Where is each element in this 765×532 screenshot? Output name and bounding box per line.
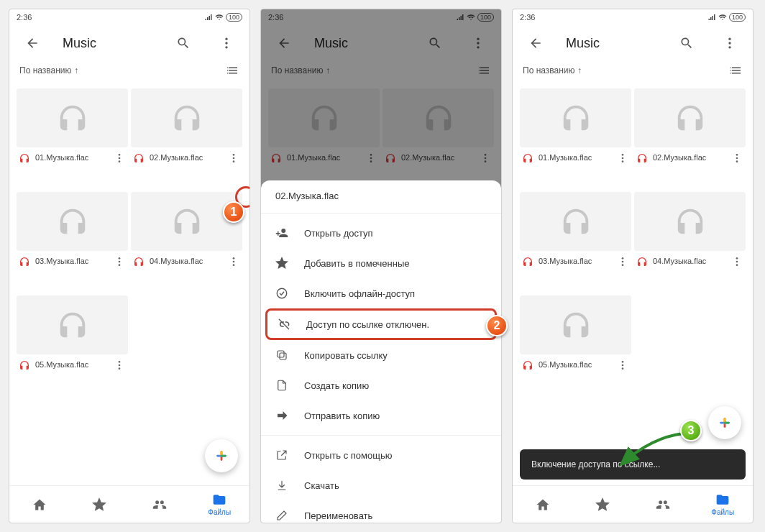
file-more-button[interactable]	[615, 152, 630, 164]
file-thumbnail	[17, 192, 128, 251]
bottom-nav: Файлы	[513, 485, 753, 523]
file-card[interactable]: 05.Музыка.flac	[520, 295, 631, 396]
file-row: 02.Музыка.flac	[131, 147, 242, 169]
dots-icon	[723, 36, 737, 50]
file-more-button[interactable]	[112, 359, 127, 371]
file-type-icon	[521, 255, 534, 268]
nav-files[interactable]: Файлы	[693, 486, 753, 523]
fab-add[interactable]	[708, 406, 741, 439]
file-name: 03.Музыка.flac	[35, 257, 108, 266]
file-row: 02.Музыка.flac	[634, 147, 746, 169]
dots-icon	[731, 256, 743, 267]
search-button[interactable]	[170, 30, 196, 56]
menu-button[interactable]	[214, 30, 239, 56]
nav-files[interactable]: Файлы	[190, 486, 250, 523]
nav-home[interactable]	[9, 486, 70, 523]
file-name: 03.Музыка.flac	[539, 257, 611, 266]
sort-row: По названию ↑	[9, 61, 249, 84]
file-more-button[interactable]	[226, 256, 241, 267]
sheet-download[interactable]: Скачать	[261, 470, 501, 500]
nav-shared[interactable]	[129, 486, 190, 523]
app-bar: Music	[513, 25, 753, 61]
headphones-icon	[674, 101, 707, 134]
home-icon	[536, 497, 550, 512]
file-card[interactable]: 05.Музыка.flac	[17, 295, 128, 396]
sheet-download-label: Скачать	[304, 480, 339, 491]
star-icon	[595, 497, 610, 512]
sheet-open-with-label: Открыть с помощью	[304, 450, 392, 461]
sheet-copy[interactable]: Создать копию	[261, 370, 501, 400]
menu-button[interactable]	[717, 30, 743, 56]
file-row: 04.Музыка.flac	[634, 251, 746, 272]
signal-icon	[707, 13, 716, 22]
headphones-icon	[19, 256, 30, 267]
file-row: 01.Музыка.flac	[520, 147, 631, 169]
nav-starred[interactable]	[70, 486, 130, 523]
sheet-link-off[interactable]: Доступ по ссылке отключен.	[265, 308, 497, 340]
file-more-button[interactable]	[112, 152, 127, 164]
file-card[interactable]: 01.Музыка.flac	[520, 88, 631, 189]
nav-files-label: Файлы	[208, 508, 231, 516]
sheet-send-copy-label: Отправить копию	[304, 411, 380, 421]
file-more-button[interactable]	[615, 359, 630, 371]
sheet-copy-link[interactable]: Копировать ссылку	[261, 340, 501, 370]
file-card[interactable]: 04.Музыка.flac	[634, 192, 746, 293]
file-more-button[interactable]	[615, 256, 630, 267]
sheet-star[interactable]: Добавить в помеченные	[261, 248, 501, 278]
wifi-icon	[718, 13, 727, 22]
headphones-icon	[133, 152, 145, 164]
callout-1: 1	[223, 201, 244, 223]
fab-add[interactable]	[205, 439, 238, 472]
nav-shared[interactable]	[633, 486, 693, 523]
back-button[interactable]	[19, 30, 45, 56]
file-more-button[interactable]	[112, 256, 127, 267]
file-type-icon	[18, 255, 31, 268]
dots-icon	[617, 256, 628, 267]
view-toggle[interactable]	[226, 64, 239, 77]
sheet-filename: 02.Музыка.flac	[261, 191, 501, 208]
page-title: Music	[63, 36, 153, 51]
people-icon	[152, 497, 167, 512]
headphones-icon	[559, 205, 592, 238]
nav-files-label: Файлы	[711, 508, 734, 516]
headphones-icon	[170, 101, 203, 134]
folder-icon	[212, 492, 226, 507]
file-more-button[interactable]	[730, 256, 744, 267]
file-type-icon	[18, 152, 31, 165]
file-more-button[interactable]	[226, 152, 241, 164]
arrow-3	[615, 430, 687, 473]
list-icon	[226, 64, 239, 77]
headphones-icon	[522, 256, 533, 267]
view-toggle[interactable]	[730, 64, 743, 77]
file-type-icon	[18, 359, 31, 372]
file-more-button[interactable]	[730, 152, 744, 164]
nav-starred[interactable]	[573, 486, 633, 523]
sheet-offline[interactable]: Включить офлайн-доступ	[261, 278, 501, 308]
headphones-icon	[636, 256, 648, 267]
sheet-link-off-label: Доступ по ссылке отключен.	[306, 319, 429, 330]
sheet-open-with[interactable]: Открыть с помощью	[261, 440, 501, 470]
file-card[interactable]: 03.Музыка.flac	[520, 192, 631, 293]
file-card[interactable]: 03.Музыка.flac	[17, 192, 128, 293]
file-row: 03.Музыка.flac	[520, 251, 631, 272]
sheet-copy-link-label: Копировать ссылку	[304, 350, 388, 361]
open-icon	[275, 449, 288, 462]
sheet-share[interactable]: Открыть доступ	[261, 218, 501, 248]
headphones-icon	[56, 101, 89, 134]
sort-label[interactable]: По названию ↑	[19, 65, 78, 75]
back-button[interactable]	[523, 30, 549, 56]
file-row: 03.Музыка.flac	[17, 251, 128, 272]
sheet-rename[interactable]: Переименовать	[261, 500, 501, 523]
star-icon	[275, 257, 288, 270]
file-card[interactable]: 01.Музыка.flac	[17, 88, 128, 189]
sort-row: По названию ↑	[513, 61, 753, 84]
sheet-send-copy[interactable]: Отправить копию	[261, 400, 501, 431]
search-button[interactable]	[674, 30, 700, 56]
sheet-copy-label: Создать копию	[304, 380, 369, 391]
file-card[interactable]: 02.Музыка.flac	[131, 88, 242, 189]
person-add-icon	[275, 226, 288, 239]
nav-home[interactable]	[513, 486, 573, 523]
file-card[interactable]: 02.Музыка.flac	[634, 88, 746, 189]
sort-label[interactable]: По названию ↑	[523, 65, 582, 75]
callout-3: 3	[680, 420, 702, 441]
